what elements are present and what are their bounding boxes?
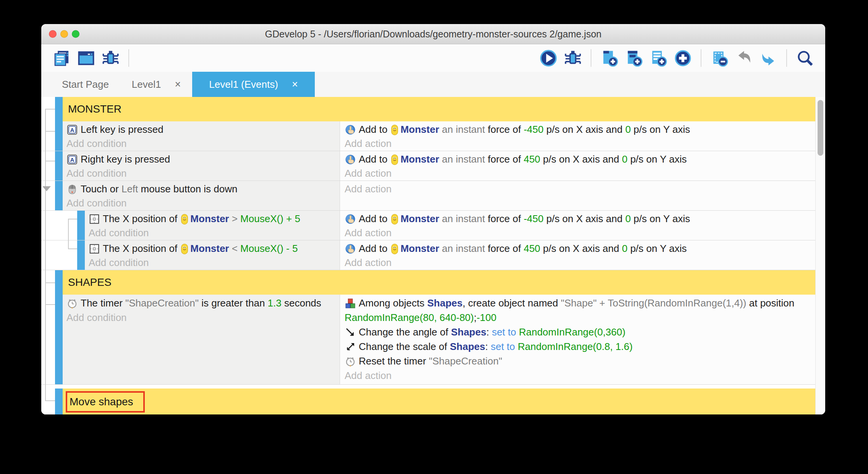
text-segment: set to (491, 341, 518, 352)
conditions-cell: Touch or Left mouse button is down Add c… (63, 181, 340, 210)
add-condition-button[interactable]: Add condition (66, 166, 340, 181)
close-tab-icon[interactable]: × (292, 79, 298, 90)
text-segment: force of (488, 243, 524, 254)
actions-cell: Add to Monster an instant force of -450 … (340, 121, 815, 151)
event-bar[interactable] (77, 240, 85, 270)
vertical-scrollbar[interactable] (815, 97, 825, 414)
position-icon (89, 243, 100, 255)
tab-level1[interactable]: Level1 × (120, 72, 192, 97)
undo-button[interactable] (733, 47, 755, 69)
condition-row[interactable]: ALeft key is pressed (66, 123, 340, 137)
group-row-monster: MONSTER (41, 97, 815, 121)
redo-button[interactable] (757, 47, 779, 69)
conditions-cell: ARight key is pressed Add condition (63, 151, 340, 181)
add-subevent-button[interactable] (623, 47, 645, 69)
event-bar[interactable] (55, 181, 63, 210)
zoom-window-button[interactable] (72, 30, 79, 38)
action-row[interactable]: Add to Monster an instant force of 450 p… (345, 242, 815, 256)
hand-icon (345, 124, 356, 135)
actions-cell: Add to Monster an instant force of 450 p… (340, 240, 815, 270)
toolbar-separator (591, 49, 591, 67)
close-window-button[interactable] (49, 30, 57, 38)
close-tab-icon[interactable]: × (175, 79, 181, 90)
remove-event-button[interactable] (708, 47, 730, 69)
event-bar[interactable] (55, 121, 63, 151)
sub-tree-gutter (55, 211, 77, 240)
condition-row[interactable]: The X position of Monster > MouseX() + 5 (89, 212, 340, 226)
event-bar[interactable] (55, 295, 63, 384)
event-row: ARight key is pressed Add condition Add … (41, 151, 815, 181)
event-bar[interactable] (77, 211, 85, 240)
event-bar[interactable] (55, 270, 63, 295)
add-action-button[interactable]: Add action (345, 226, 815, 240)
action-row[interactable]: Among objects Shapes, create object name… (345, 296, 815, 325)
undo-icon (735, 49, 753, 67)
add-condition-button[interactable]: Add condition (89, 256, 340, 270)
text-segment: Left (121, 183, 141, 195)
text-segment: Add to (359, 153, 390, 165)
titlebar[interactable]: GDevelop 5 - /Users/florian/Downloads/ge… (41, 24, 825, 44)
tree-gutter (41, 295, 55, 384)
group-header-monster[interactable]: MONSTER (63, 97, 815, 121)
add-condition-button[interactable]: Add condition (66, 196, 340, 210)
add-event-button[interactable] (598, 47, 620, 69)
search-icon (796, 49, 814, 67)
condition-row[interactable]: The timer "ShapeCreation" is greater tha… (66, 296, 340, 310)
group-row-shapes: SHAPES (41, 270, 815, 295)
action-row[interactable]: Add to Monster an instant force of 450 p… (345, 152, 815, 166)
event-bar[interactable] (55, 151, 63, 181)
text-segment: p/s on Y axis (627, 243, 687, 254)
add-condition-button[interactable]: Add condition (66, 310, 340, 325)
condition-row[interactable]: Touch or Left mouse button is down (66, 182, 340, 196)
add-action-button[interactable]: Add action (345, 166, 815, 181)
hand-icon (345, 154, 356, 165)
add-new-button[interactable] (672, 47, 694, 69)
debugger-button[interactable] (562, 47, 584, 69)
monster-icon (391, 243, 398, 255)
actions-cell: Add to Monster an instant force of 450 p… (340, 151, 815, 181)
action-row[interactable]: Add to Monster an instant force of -450 … (345, 123, 815, 137)
tab-label: Level1 (132, 79, 161, 90)
tab-start-page[interactable]: Start Page (50, 72, 120, 97)
add-action-button[interactable]: Add action (345, 256, 815, 270)
group-header-shapes[interactable]: SHAPES (63, 270, 815, 295)
scale-icon (345, 341, 356, 353)
scrollbar-thumb[interactable] (818, 100, 823, 156)
text-segment: Monster (400, 153, 439, 165)
debugger-icon (102, 49, 120, 67)
event-bar[interactable] (55, 97, 63, 121)
debugger-button[interactable] (99, 47, 121, 69)
condition-row[interactable]: ARight key is pressed (66, 152, 340, 166)
collapse-expander-icon[interactable] (42, 186, 51, 191)
search-button[interactable] (794, 47, 816, 69)
add-action-button[interactable]: Add action (345, 137, 815, 151)
tree-line (45, 400, 55, 401)
action-row[interactable]: Reset the timer "ShapeCreation" (345, 354, 815, 368)
add-comment-button[interactable] (647, 47, 669, 69)
tab-level1-events[interactable]: Level1 (Events) × (192, 72, 314, 97)
minimize-window-button[interactable] (60, 30, 68, 38)
action-row[interactable]: Add to Monster an instant force of -450 … (345, 212, 815, 226)
event-row: The timer "ShapeCreation" is greater tha… (41, 295, 815, 385)
add-condition-button[interactable]: Add condition (66, 137, 340, 151)
action-row[interactable]: Change the angle of Shapes: set to Rando… (345, 325, 815, 339)
play-button[interactable] (537, 47, 559, 69)
project-manager-button[interactable] (50, 47, 73, 69)
event-bar[interactable] (55, 389, 63, 414)
action-row[interactable]: Change the scale of Shapes: set to Rando… (345, 339, 815, 354)
group-header-move-shapes[interactable]: Move shapes (63, 389, 815, 414)
text-segment: Change the scale of (359, 341, 450, 352)
timer-icon (345, 356, 356, 367)
text-segment: seconds (282, 297, 321, 309)
condition-row[interactable]: The X position of Monster < MouseX() - 5 (89, 242, 340, 256)
text-segment: -100 (476, 312, 496, 323)
add-action-button[interactable]: Add action (345, 182, 815, 196)
text-segment: 0 (625, 124, 631, 135)
hand-icon (345, 213, 356, 225)
add-condition-button[interactable]: Add condition (89, 226, 340, 240)
add-action-button[interactable]: Add action (345, 368, 815, 383)
conditions-cell: The X position of Monster > MouseX() + 5… (85, 211, 340, 240)
tree-gutter (41, 121, 55, 151)
scene-editor-button[interactable] (75, 47, 97, 69)
text-segment: force of (488, 124, 524, 135)
